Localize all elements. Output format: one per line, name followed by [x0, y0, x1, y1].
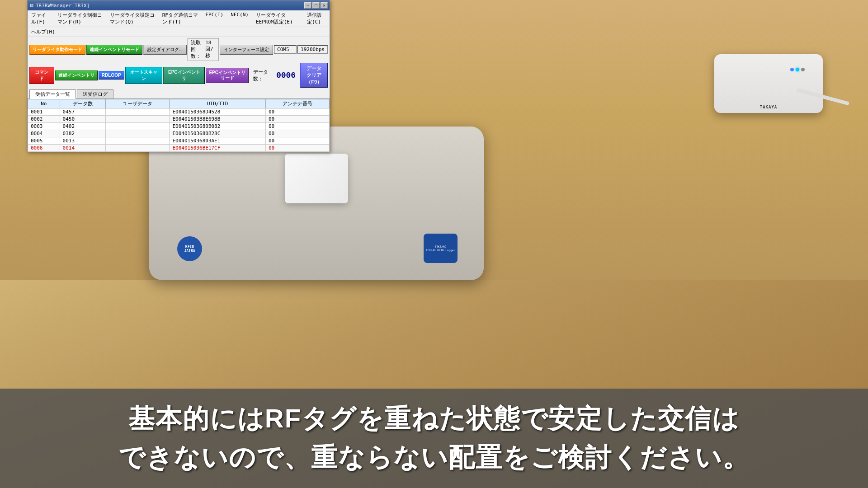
read-count-area: 読取回数： 18回/秒 [188, 38, 219, 61]
cell-user-data [106, 116, 170, 123]
cell-antenna: 00 [265, 130, 329, 137]
read-count-label: 読取回数： [191, 39, 204, 60]
cmd-button[interactable]: コマンド [29, 67, 54, 84]
menubar: ファイル(F) リーダライタ制御コマンド(R) リーダライタ設定コマンド(Q) … [28, 10, 330, 27]
cell-antenna: 00 [265, 116, 329, 123]
table-row[interactable]: 0001 0457 E0040150368D4528 00 [28, 108, 330, 116]
window-icon: 🖥 [29, 3, 34, 8]
col-header-no: No [28, 99, 60, 108]
table-row[interactable]: 0006 0014 E004015036BE17CF 00 [28, 145, 330, 152]
subtitle-line2: できないので、重ならない配置をご検討ください。 [118, 440, 750, 475]
baud-display: 19200bps [297, 45, 328, 54]
dialog-button[interactable]: 設定ダイアログ... [143, 45, 187, 55]
read-count-value: 18回/秒 [205, 40, 216, 59]
minimize-button[interactable]: ─ [304, 2, 311, 9]
tab-receive[interactable]: 受信データ一覧 [29, 89, 76, 99]
cell-user-data [106, 108, 170, 116]
cell-no: 0001 [28, 108, 60, 116]
col-header-uid-tid: UID/TID [170, 99, 265, 108]
light-off [801, 68, 805, 71]
cell-uid-tid: E004015036BE17CF [170, 145, 265, 152]
subtitle-line1: 基本的にはRFタグを重ねた状態で安定した交信は [128, 401, 740, 436]
table-row[interactable]: 0003 0402 E00401503680B082 00 [28, 123, 330, 130]
menubar-help: ヘルプ(H) [28, 27, 330, 37]
window-controls[interactable]: ─ □ ✕ [304, 2, 328, 9]
cell-antenna: 00 [265, 108, 329, 116]
subtitle-bar: 基本的にはRFタグを重ねた状態で安定した交信は できないので、重ならない配置をご… [0, 389, 868, 488]
cell-user-data [106, 137, 170, 145]
maximize-button[interactable]: □ [312, 2, 320, 9]
cell-uid-tid: E00401503680B082 [170, 123, 265, 130]
menu-comm-setting[interactable]: 通信設定(C) [305, 11, 328, 26]
takaya-label: TAKAYA [760, 105, 778, 109]
col-header-data-count: データ数 [60, 99, 106, 108]
col-header-user-data: ユーザデータ [106, 99, 170, 108]
cell-uid-tid: E00401503B8E698B [170, 116, 265, 123]
toolbar-row1: リーダライタ動作モード 連続インベントリモード 設定ダイアログ... 読取回数：… [28, 37, 330, 62]
cell-data-count: 0013 [60, 137, 106, 145]
cell-user-data [106, 123, 170, 130]
inventory-mode-button[interactable]: 連続インベントリモード [86, 45, 142, 55]
autoscan-button[interactable]: オートスキャン [125, 67, 163, 84]
epc-inv-button[interactable]: EPCインベントリ [163, 67, 205, 84]
cell-no: 0003 [28, 123, 60, 130]
cell-no: 0006 [28, 145, 60, 152]
cell-no: 0002 [28, 116, 60, 123]
cell-data-count: 0457 [60, 108, 106, 116]
table-container: No データ数 ユーザデータ UID/TID アンテナ番号 0001 0457 … [28, 99, 330, 152]
interface-button[interactable]: インターフェース設定 [220, 45, 273, 55]
clear-button[interactable]: データクリア（F9） [300, 63, 328, 88]
cell-user-data [106, 145, 170, 152]
rfid-brand-label: RFIDJAIRA [177, 236, 202, 261]
app-window: 🖥 TR3RWManager[TR3X] ─ □ ✕ ファイル(F) リーダライ… [27, 0, 330, 152]
takaya-device: TAKAYA [714, 54, 823, 113]
menu-rf-comm[interactable]: RFタグ通信コマンド(T) [160, 11, 200, 26]
rfid-card [285, 154, 348, 203]
menu-nfc[interactable]: NFC(N) [229, 11, 250, 26]
cell-antenna: 00 [265, 123, 329, 130]
blue-sticker: TEKSANOTEKRAY RFID Logger [424, 234, 458, 263]
cell-user-data [106, 130, 170, 137]
table-row[interactable]: 0005 0013 E004015036803AE1 00 [28, 137, 330, 145]
cell-uid-tid: E004015036803AE1 [170, 137, 265, 145]
menu-epc[interactable]: EPC(I) [203, 11, 225, 26]
menu-reader-setting[interactable]: リーダライタ設定コマンド(Q) [108, 11, 157, 26]
cell-data-count: 0402 [60, 123, 106, 130]
cell-data-count: 0450 [60, 116, 106, 123]
tab-area: 受信データ一覧 送受信ログ [28, 89, 330, 99]
data-count-value: 0006 [276, 71, 296, 80]
cell-data-count: 0382 [60, 130, 106, 137]
rdloop-button[interactable]: RDLOOP [99, 71, 124, 80]
com-display: COM5 [274, 45, 297, 54]
epc-inv-read-button[interactable]: EPCインベントリリード [206, 68, 249, 83]
cell-antenna: 00 [265, 145, 329, 152]
window-title: TR3RWManager[TR3X] [36, 3, 90, 9]
data-count-label: データ数： [253, 69, 274, 82]
table-row[interactable]: 0002 0450 E00401503B8E698B 00 [28, 116, 330, 123]
data-count-area: データ数： 0006 [250, 68, 299, 83]
data-table: No データ数 ユーザデータ UID/TID アンテナ番号 0001 0457 … [28, 99, 330, 152]
cell-no: 0004 [28, 130, 60, 137]
continuous-inventory-button[interactable]: 連続インベントリ [55, 70, 98, 80]
light-cyan [796, 68, 799, 71]
cell-uid-tid: E00401503680B28C [170, 130, 265, 137]
light-blue [790, 68, 794, 71]
cell-data-count: 0014 [60, 145, 106, 152]
window-titlebar: 🖥 TR3RWManager[TR3X] ─ □ ✕ [28, 0, 330, 10]
menu-reader-control[interactable]: リーダライタ制御コマンド(R) [56, 11, 104, 26]
col-header-antenna: アンテナ番号 [265, 99, 329, 108]
device-lights [790, 68, 805, 71]
cell-uid-tid: E0040150368D4528 [170, 108, 265, 116]
menu-help[interactable]: ヘルプ(H) [29, 28, 57, 36]
cell-no: 0005 [28, 137, 60, 145]
menu-eeprom[interactable]: リーダライタEEPROM設定(E) [254, 11, 302, 26]
table-row[interactable]: 0004 0382 E00401503680B28C 00 [28, 130, 330, 137]
tab-send[interactable]: 送受信ログ [77, 89, 113, 99]
menu-file[interactable]: ファイル(F) [29, 11, 52, 26]
close-button[interactable]: ✕ [321, 2, 328, 9]
cell-antenna: 00 [265, 137, 329, 145]
mode-button[interactable]: リーダライタ動作モード [29, 45, 85, 55]
toolbar-row2: コマンド 連続インベントリ RDLOOP オートスキャン EPCインベントリ E… [28, 62, 330, 89]
